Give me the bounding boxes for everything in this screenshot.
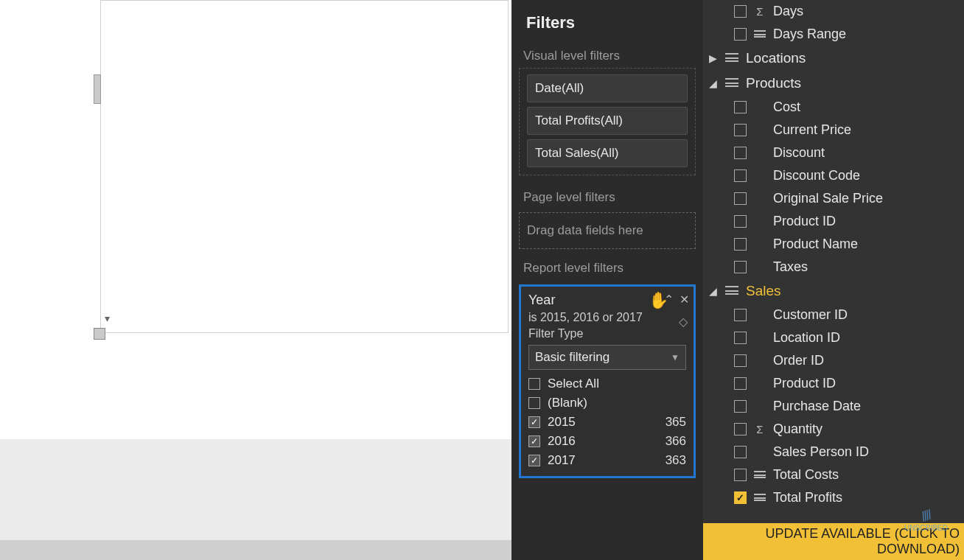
field-checkbox[interactable] — [734, 169, 747, 182]
filter-option[interactable]: 2015365 — [528, 414, 686, 430]
field-checkbox[interactable] — [734, 124, 747, 136]
field-label: Product ID — [773, 214, 836, 229]
field-row[interactable]: Original Sale Price — [709, 187, 964, 210]
report-level-filters-header: Report level filters — [511, 252, 703, 280]
field-row[interactable]: Current Price — [709, 119, 964, 141]
field-label: Current Price — [773, 122, 851, 138]
filter-option-label: 2016 — [548, 434, 576, 449]
field-row[interactable]: Purchase Date — [709, 395, 964, 418]
field-label: Total Profits — [773, 490, 842, 505]
field-row[interactable]: Total Profits — [709, 486, 964, 509]
field-checkbox[interactable] — [734, 261, 747, 273]
report-filter-card-year[interactable]: ⌃ ✕ ◇ Year is 2015, 2016 or 2017 Filter … — [519, 284, 696, 478]
field-checkbox[interactable] — [734, 147, 747, 159]
field-row[interactable]: Taxes — [709, 256, 964, 279]
field-label: Product ID — [773, 376, 836, 391]
field-row[interactable]: Product ID — [709, 372, 964, 395]
resize-handle-left[interactable] — [94, 74, 101, 104]
sigma-icon — [754, 5, 766, 18]
field-checkbox[interactable] — [734, 215, 747, 228]
field-checkbox[interactable] — [734, 101, 747, 113]
page-level-filters-dropzone[interactable]: Drag data fields here — [519, 212, 696, 249]
field-row[interactable]: Total Costs — [709, 463, 964, 486]
field-checkbox[interactable] — [734, 332, 747, 344]
field-label: Order ID — [773, 353, 824, 368]
field-row[interactable]: Discount Code — [709, 164, 964, 187]
table-icon — [725, 53, 738, 63]
page-footer-area — [0, 439, 511, 540]
caret-down-icon[interactable]: ◢ — [709, 77, 718, 89]
field-row[interactable]: Product ID — [709, 210, 964, 233]
field-label: Original Sale Price — [773, 191, 883, 206]
table-icon — [754, 471, 766, 480]
table-row[interactable]: ◢Sales — [703, 279, 964, 304]
checkbox[interactable] — [528, 397, 540, 409]
resize-handle-corner[interactable] — [94, 328, 105, 340]
checkbox[interactable] — [528, 378, 540, 390]
field-label: Customer ID — [773, 307, 848, 323]
filter-card-summary: is 2015, 2016 or 2017 — [528, 311, 686, 324]
field-checkbox[interactable] — [734, 192, 747, 205]
field-checkbox[interactable] — [734, 309, 747, 321]
caret-down-icon[interactable]: ◢ — [709, 285, 718, 297]
field-label: Days — [773, 4, 803, 19]
table-row[interactable]: ▶Locations — [703, 46, 964, 71]
filter-option-count: 366 — [666, 434, 686, 449]
filter-type-label: Filter Type — [528, 327, 686, 340]
visual-filter-chip[interactable]: Total Profits(All) — [527, 107, 688, 135]
report-page[interactable]: ▾ — [0, 0, 511, 540]
field-label: Purchase Date — [773, 399, 861, 414]
filters-title: Filters — [511, 0, 703, 40]
update-available-bar[interactable]: UPDATE AVAILABLE (CLICK TO DOWNLOAD) — [703, 523, 964, 560]
filter-option-label: Select All — [548, 377, 599, 391]
filter-option[interactable]: 2016366 — [528, 433, 686, 449]
filter-option-count: 365 — [666, 415, 686, 430]
filter-option-label: 2015 — [548, 415, 576, 430]
collapse-icon[interactable]: ⌃ — [664, 293, 674, 307]
close-icon[interactable]: ✕ — [680, 293, 689, 307]
filter-option[interactable]: 2017363 — [528, 452, 686, 469]
field-row[interactable]: Product Name — [709, 233, 964, 256]
field-row[interactable]: Cost — [709, 96, 964, 119]
field-checkbox[interactable] — [734, 238, 747, 251]
field-row[interactable]: Discount — [709, 141, 964, 164]
field-row[interactable]: Days — [709, 0, 964, 23]
field-checkbox[interactable] — [734, 446, 747, 458]
field-checkbox[interactable] — [734, 400, 747, 413]
visual-filter-chip[interactable]: Date(All) — [527, 74, 688, 102]
field-checkbox[interactable] — [734, 469, 747, 481]
field-row[interactable]: Customer ID — [709, 304, 964, 326]
field-label: Discount Code — [773, 168, 860, 183]
caret-right-icon[interactable]: ▶ — [709, 52, 718, 64]
page-level-filters-header: Page level filters — [511, 181, 703, 209]
visual-level-filters-header: Visual level filters — [511, 40, 703, 68]
filter-option[interactable]: Select All — [528, 376, 686, 392]
field-checkbox[interactable] — [734, 354, 747, 367]
field-row[interactable]: Days Range — [709, 23, 964, 46]
filter-type-select[interactable]: Basic filtering ▼ — [528, 345, 686, 370]
visual-filter-chip[interactable]: Total Sales(All) — [527, 139, 688, 167]
checkbox[interactable] — [528, 416, 540, 428]
field-checkbox[interactable] — [734, 423, 747, 435]
field-row[interactable]: Location ID — [709, 326, 964, 349]
field-checkbox[interactable] — [734, 28, 747, 41]
chevron-down-icon[interactable]: ▾ — [101, 313, 113, 325]
visual-placeholder[interactable]: ▾ — [100, 0, 509, 333]
field-label: Sales Person ID — [773, 444, 869, 460]
field-label: Taxes — [773, 259, 808, 275]
field-row[interactable]: Sales Person ID — [709, 441, 964, 463]
field-row[interactable]: Quantity — [709, 418, 964, 441]
field-checkbox[interactable] — [734, 491, 747, 504]
checkbox[interactable] — [528, 435, 540, 447]
checkbox[interactable] — [528, 455, 540, 466]
report-canvas-area: ▾ — [0, 0, 511, 560]
field-checkbox[interactable] — [734, 377, 747, 390]
field-row[interactable]: Order ID — [709, 349, 964, 372]
field-label: Quantity — [773, 421, 822, 437]
field-checkbox[interactable] — [734, 5, 747, 18]
table-row[interactable]: ◢Products — [703, 71, 964, 96]
field-label: Cost — [773, 99, 800, 115]
filter-option[interactable]: (Blank) — [528, 395, 686, 411]
clear-filter-icon[interactable]: ◇ — [679, 315, 688, 329]
filter-option-label: 2017 — [548, 453, 576, 468]
